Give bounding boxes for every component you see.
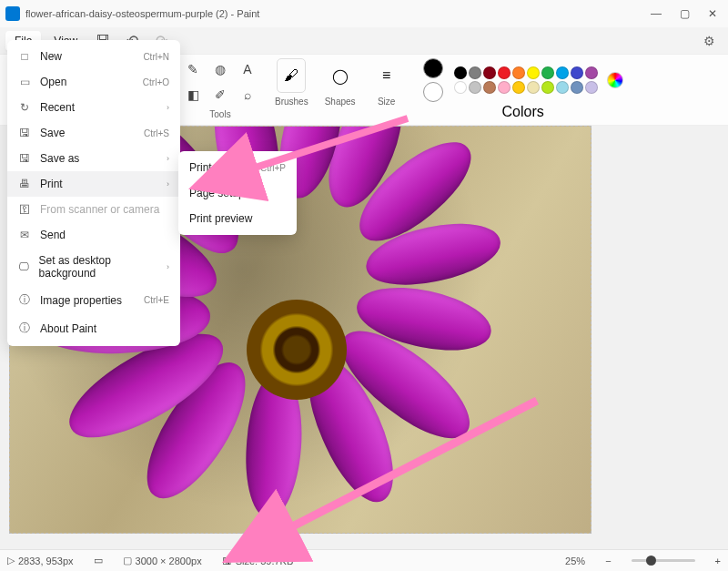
edit-colors-icon[interactable] <box>607 72 623 88</box>
pencil-tool-icon[interactable]: ✎ <box>182 58 204 80</box>
color-swatch[interactable] <box>527 81 540 94</box>
color-swatch[interactable] <box>585 81 598 94</box>
color-swatch[interactable] <box>571 66 583 79</box>
color-swatch[interactable] <box>498 81 511 94</box>
color-palette <box>454 66 598 94</box>
color-swatch[interactable] <box>585 66 598 79</box>
zoom-slider-knob[interactable] <box>646 556 656 566</box>
menu-item-label: Print <box>40 178 63 190</box>
file-menu-item[interactable]: ↻Recent› <box>7 95 180 120</box>
submenu-item-label: Print <box>189 161 212 174</box>
canvas-dimensions-text: 3000 × 2800px <box>136 556 202 566</box>
menu-item-icon: ⚿ <box>18 203 31 216</box>
color-swatch[interactable] <box>571 81 583 94</box>
colors-label: Colors <box>501 104 543 120</box>
fill-tool-icon[interactable]: ◍ <box>209 58 231 80</box>
file-menu-item[interactable]: ✉Send <box>7 222 180 248</box>
menu-item-icon: ⓘ <box>18 292 31 308</box>
color-swatch[interactable] <box>541 81 554 94</box>
settings-icon[interactable]: ⚙ <box>703 34 715 48</box>
color-swatch[interactable] <box>469 81 481 94</box>
color-swatch[interactable] <box>556 66 569 79</box>
zoom-level: 25% <box>565 556 585 566</box>
close-button[interactable]: ✕ <box>708 7 717 20</box>
color-swatch[interactable] <box>512 81 525 94</box>
file-menu-item[interactable]: ⓘImage propertiesCtrl+E <box>7 286 180 314</box>
brushes-dropdown[interactable]: 🖌 <box>277 58 306 93</box>
menu-item-shortcut: Ctrl+E <box>144 295 169 305</box>
color-picker-icon[interactable]: ✐ <box>209 84 231 106</box>
color-swatch[interactable] <box>469 66 481 79</box>
menu-item-label: Open <box>40 76 66 88</box>
magnifier-icon[interactable]: ⌕ <box>237 84 258 106</box>
shapes-group: ◯ Shapes <box>325 58 356 107</box>
color-swatch[interactable] <box>541 66 554 79</box>
menu-item-icon: ✉ <box>18 229 31 241</box>
file-menu-item[interactable]: ▭OpenCtrl+O <box>7 69 180 95</box>
file-menu-item[interactable]: 🖵Set as desktop background› <box>7 248 180 286</box>
menu-item-icon: 🖫 <box>18 152 31 165</box>
zoom-in-button[interactable]: + <box>715 556 721 566</box>
zoom-slider[interactable] <box>632 559 695 562</box>
file-size-text: Size: 39.7KB <box>236 556 294 566</box>
shapes-dropdown[interactable]: ◯ <box>326 58 355 93</box>
file-menu-item: ⚿From scanner or camera <box>7 197 180 222</box>
submenu-item-label: Print preview <box>189 212 252 225</box>
menu-item-label: Image properties <box>40 294 122 307</box>
menu-item-icon: □ <box>18 50 31 63</box>
minimize-button[interactable]: — <box>651 7 662 20</box>
text-tool-icon[interactable]: A <box>237 58 258 80</box>
size-label: Size <box>378 97 395 107</box>
menu-item-icon: 🖵 <box>18 260 30 273</box>
menu-item-label: From scanner or camera <box>40 203 159 216</box>
window-title: flower-african-daisy-osteospermum-purple… <box>25 8 651 19</box>
color-swatch[interactable] <box>483 66 496 79</box>
svg-line-1 <box>280 401 537 533</box>
file-menu-item[interactable]: 🖫SaveCtrl+S <box>7 120 180 146</box>
color-swatch[interactable] <box>498 66 511 79</box>
menu-item-label: Send <box>40 229 66 241</box>
menu-item-icon: ↻ <box>18 101 31 114</box>
size-dropdown[interactable]: ≡ <box>372 58 401 93</box>
selection-size: ▭ <box>94 555 103 566</box>
file-menu-item[interactable]: □NewCtrl+N <box>7 44 180 69</box>
maximize-button[interactable]: ▢ <box>680 7 690 20</box>
eraser-tool-icon[interactable]: ◧ <box>182 84 204 106</box>
menu-item-icon: ⓘ <box>18 321 31 336</box>
flower-center <box>247 300 347 400</box>
chevron-right-icon: › <box>167 103 169 112</box>
brushes-group: 🖌 Brushes <box>275 58 308 107</box>
color-swatch[interactable] <box>454 66 467 79</box>
menu-item-label: New <box>40 50 62 63</box>
canvas-dimensions: ▢ 3000 × 2800px <box>123 555 202 566</box>
annotation-arrow-top <box>235 109 417 195</box>
color-swatch[interactable] <box>483 81 496 94</box>
shapes-label: Shapes <box>325 97 356 107</box>
color-swatch[interactable] <box>454 81 467 94</box>
color1-swatch[interactable] <box>423 58 443 78</box>
tools-label: Tools <box>209 109 230 119</box>
print-submenu-item[interactable]: Print preview <box>178 206 297 231</box>
color-swatch[interactable] <box>527 66 540 79</box>
file-menu-dropdown: □NewCtrl+N▭OpenCtrl+O↻Recent›🖫SaveCtrl+S… <box>7 40 180 346</box>
menu-item-icon: 🖫 <box>18 127 31 139</box>
color-swatch[interactable] <box>556 81 569 94</box>
file-menu-item[interactable]: ⓘAbout Paint <box>7 314 180 342</box>
brushes-label: Brushes <box>275 97 308 107</box>
chevron-right-icon: › <box>167 262 169 271</box>
file-size: 🖫 Size: 39.7KB <box>222 556 294 566</box>
zoom-out-button[interactable]: − <box>605 556 611 566</box>
menu-item-icon: ▭ <box>18 76 31 88</box>
menu-item-label: Save <box>40 127 65 139</box>
color2-swatch[interactable] <box>423 82 443 102</box>
file-menu-item[interactable]: 🖶Print› <box>7 171 180 197</box>
svg-line-0 <box>244 118 408 171</box>
title-bar: flower-african-daisy-osteospermum-purple… <box>0 0 728 27</box>
color-swatch[interactable] <box>512 66 525 79</box>
menu-item-shortcut: Ctrl+N <box>143 52 169 62</box>
menu-item-label: Recent <box>40 101 75 114</box>
menu-item-icon: 🖶 <box>18 178 31 190</box>
status-bar: ▷ 2833, 953px ▭ ▢ 3000 × 2800px 🖫 Size: … <box>0 549 728 571</box>
menu-item-label: Set as desktop background <box>39 254 157 280</box>
file-menu-item[interactable]: 🖫Save as› <box>7 146 180 171</box>
